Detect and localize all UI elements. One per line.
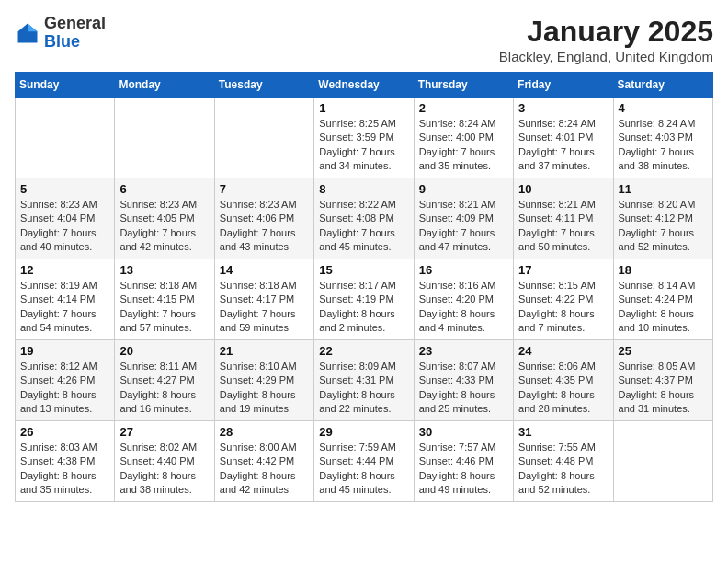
daylight: Daylight: 7 hours and 43 minutes. [220, 227, 296, 252]
sunrise: Sunrise: 8:19 AM [20, 280, 97, 291]
daylight: Daylight: 8 hours and 35 minutes. [20, 470, 97, 495]
day-number: 19 [20, 344, 109, 358]
sunrise: Sunrise: 8:23 AM [20, 199, 97, 210]
calendar-week-row: 12Sunrise: 8:19 AMSunset: 4:14 PMDayligh… [16, 259, 713, 340]
day-info: Sunrise: 8:23 AMSunset: 4:04 PMDaylight:… [20, 198, 109, 255]
sunset: Sunset: 4:12 PM [619, 213, 693, 224]
calendar-cell: 2Sunrise: 8:24 AMSunset: 4:00 PMDaylight… [414, 98, 513, 178]
daylight: Daylight: 8 hours and 45 minutes. [319, 470, 395, 495]
sunrise: Sunrise: 8:10 AM [220, 361, 297, 372]
daylight: Daylight: 8 hours and 19 minutes. [220, 389, 296, 414]
sunset: Sunset: 4:38 PM [20, 455, 95, 466]
day-info: Sunrise: 8:22 AMSunset: 4:08 PMDaylight:… [319, 198, 408, 255]
sunset: Sunset: 4:06 PM [220, 213, 294, 224]
daylight: Daylight: 8 hours and 2 minutes. [319, 308, 395, 333]
daylight: Daylight: 7 hours and 35 minutes. [419, 146, 495, 171]
calendar-cell [115, 98, 214, 178]
calendar-cell: 31Sunrise: 7:55 AMSunset: 4:48 PMDayligh… [514, 421, 613, 502]
daylight: Daylight: 8 hours and 52 minutes. [518, 470, 595, 495]
sunrise: Sunrise: 8:12 AM [20, 361, 97, 372]
sunrise: Sunrise: 8:24 AM [619, 118, 696, 129]
sunset: Sunset: 4:04 PM [20, 213, 95, 224]
day-number: 1 [319, 101, 408, 115]
daylight: Daylight: 7 hours and 50 minutes. [518, 227, 595, 252]
header-wednesday: Wednesday [314, 73, 414, 98]
day-number: 11 [619, 182, 708, 196]
calendar-cell: 26Sunrise: 8:03 AMSunset: 4:38 PMDayligh… [16, 421, 115, 502]
daylight: Daylight: 7 hours and 34 minutes. [319, 146, 395, 171]
header-monday: Monday [115, 73, 214, 98]
svg-marker-1 [28, 23, 38, 31]
day-number: 22 [319, 344, 408, 358]
calendar-cell [16, 98, 115, 178]
sunset: Sunset: 4:27 PM [119, 374, 194, 385]
logo-general-text: General [44, 14, 106, 32]
calendar-cell: 25Sunrise: 8:05 AMSunset: 4:37 PMDayligh… [613, 340, 712, 421]
daylight: Daylight: 8 hours and 4 minutes. [419, 308, 495, 333]
header-thursday: Thursday [414, 73, 513, 98]
calendar-cell: 10Sunrise: 8:21 AMSunset: 4:11 PMDayligh… [514, 178, 613, 259]
sunrise: Sunrise: 8:21 AM [518, 199, 596, 210]
daylight: Daylight: 8 hours and 16 minutes. [119, 389, 196, 414]
calendar-cell: 3Sunrise: 8:24 AMSunset: 4:01 PMDaylight… [514, 98, 613, 178]
sunset: Sunset: 4:17 PM [220, 293, 294, 304]
sunrise: Sunrise: 8:03 AM [20, 442, 97, 453]
sunrise: Sunrise: 8:24 AM [518, 118, 596, 129]
daylight: Daylight: 8 hours and 10 minutes. [619, 308, 695, 333]
sunrise: Sunrise: 8:18 AM [119, 280, 197, 291]
sunset: Sunset: 4:00 PM [419, 132, 494, 143]
day-number: 24 [518, 344, 608, 358]
sunrise: Sunrise: 8:18 AM [220, 280, 297, 291]
day-number: 26 [20, 425, 109, 439]
day-number: 7 [220, 182, 309, 196]
day-info: Sunrise: 8:19 AMSunset: 4:14 PMDaylight:… [20, 279, 109, 336]
day-number: 5 [20, 182, 109, 196]
day-info: Sunrise: 8:16 AMSunset: 4:20 PMDaylight:… [419, 279, 508, 336]
calendar-cell: 30Sunrise: 7:57 AMSunset: 4:46 PMDayligh… [414, 421, 513, 502]
sunset: Sunset: 4:29 PM [220, 374, 294, 385]
daylight: Daylight: 8 hours and 22 minutes. [319, 389, 395, 414]
day-number: 27 [119, 425, 209, 439]
sunrise: Sunrise: 7:57 AM [419, 442, 496, 453]
daylight: Daylight: 7 hours and 45 minutes. [319, 227, 395, 252]
title-block: January 2025 Blackley, England, United K… [499, 15, 713, 64]
calendar-cell: 29Sunrise: 7:59 AMSunset: 4:44 PMDayligh… [314, 421, 414, 502]
calendar-week-row: 1Sunrise: 8:25 AMSunset: 3:59 PMDaylight… [16, 98, 713, 178]
day-number: 2 [419, 101, 508, 115]
sunset: Sunset: 4:31 PM [319, 374, 393, 385]
sunset: Sunset: 4:35 PM [518, 374, 593, 385]
sunrise: Sunrise: 8:06 AM [518, 361, 596, 372]
day-info: Sunrise: 7:57 AMSunset: 4:46 PMDaylight:… [419, 441, 508, 498]
logo-icon [15, 20, 40, 46]
sunrise: Sunrise: 8:02 AM [119, 442, 197, 453]
day-info: Sunrise: 8:09 AMSunset: 4:31 PMDaylight:… [319, 360, 408, 417]
day-info: Sunrise: 8:11 AMSunset: 4:27 PMDaylight:… [119, 360, 209, 417]
day-info: Sunrise: 8:18 AMSunset: 4:15 PMDaylight:… [119, 279, 209, 336]
daylight: Daylight: 7 hours and 38 minutes. [619, 146, 695, 171]
header-tuesday: Tuesday [214, 73, 313, 98]
calendar-cell: 4Sunrise: 8:24 AMSunset: 4:03 PMDaylight… [613, 98, 712, 178]
sunrise: Sunrise: 8:25 AM [319, 118, 396, 129]
day-info: Sunrise: 8:07 AMSunset: 4:33 PMDaylight:… [419, 360, 508, 417]
day-info: Sunrise: 8:14 AMSunset: 4:24 PMDaylight:… [619, 279, 708, 336]
calendar-week-row: 19Sunrise: 8:12 AMSunset: 4:26 PMDayligh… [16, 340, 713, 421]
daylight: Daylight: 7 hours and 57 minutes. [119, 308, 196, 333]
daylight: Daylight: 7 hours and 54 minutes. [20, 308, 97, 333]
header-friday: Friday [514, 73, 613, 98]
daylight: Daylight: 8 hours and 42 minutes. [220, 470, 296, 495]
calendar-cell: 24Sunrise: 8:06 AMSunset: 4:35 PMDayligh… [514, 340, 613, 421]
sunset: Sunset: 4:01 PM [518, 132, 593, 143]
sunset: Sunset: 4:11 PM [518, 213, 593, 224]
daylight: Daylight: 8 hours and 7 minutes. [518, 308, 595, 333]
sunset: Sunset: 4:44 PM [319, 455, 393, 466]
day-info: Sunrise: 8:03 AMSunset: 4:38 PMDaylight:… [20, 441, 109, 498]
sunset: Sunset: 4:19 PM [319, 293, 393, 304]
day-number: 8 [319, 182, 408, 196]
sunrise: Sunrise: 8:20 AM [619, 199, 696, 210]
day-number: 31 [518, 425, 608, 439]
sunset: Sunset: 4:22 PM [518, 293, 593, 304]
daylight: Daylight: 8 hours and 13 minutes. [20, 389, 97, 414]
day-number: 12 [20, 263, 109, 277]
calendar-cell: 27Sunrise: 8:02 AMSunset: 4:40 PMDayligh… [115, 421, 214, 502]
day-number: 18 [619, 263, 708, 277]
